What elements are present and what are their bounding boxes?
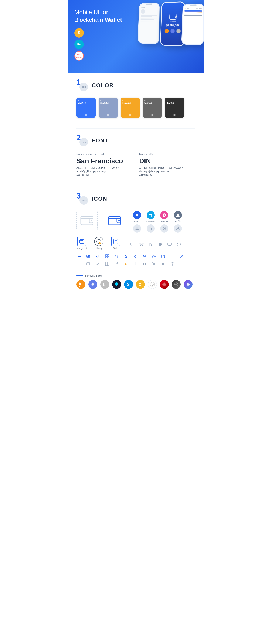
star-icon-gold	[123, 262, 128, 266]
nav-circles-grid: Assets Exchange	[132, 211, 183, 232]
profile-icon	[174, 211, 182, 219]
font-din-name: DIN	[139, 157, 196, 165]
blockchain-line	[76, 275, 83, 276]
svg-rect-37	[106, 256, 107, 258]
svg-marker-54	[124, 262, 127, 266]
exchange-icon-gray	[146, 224, 155, 232]
iota-icon	[148, 280, 157, 289]
plus-icon	[76, 254, 82, 259]
svg-rect-36	[107, 254, 109, 256]
icon-section: 3 THREE ICON	[76, 193, 196, 289]
font-din-upper: ABCDEFGHIJKLMNOPQRSTUVWXYZ	[139, 167, 196, 169]
history-icon	[94, 237, 104, 246]
circle-icon	[158, 242, 163, 247]
font-din: Medium · Bold DIN ABCDEFGHIJKLMNOPQRSTUV…	[139, 153, 196, 176]
chat-icon	[130, 242, 135, 247]
star-icon	[123, 254, 128, 259]
profile-icon-gray	[174, 224, 182, 232]
tool-icons-row-1	[76, 254, 196, 259]
swatch-gray: # 666666	[143, 98, 162, 118]
grid-icon	[104, 254, 110, 259]
forward-icon-gray	[161, 262, 166, 266]
font-din-lower: abcdefghijklmnopqrstuvwxyz	[139, 170, 196, 172]
x-icon-gray	[151, 262, 156, 266]
color-section: 1 ONE COLOR # 3574FA # 8DA0C8	[76, 80, 196, 118]
edit-icon-gray	[86, 262, 91, 266]
speech-icon	[167, 242, 172, 247]
misc-icons-row-1	[130, 242, 182, 247]
sketch-badge: S	[74, 28, 84, 38]
misc-icons-col	[130, 242, 182, 250]
font-sf-style: Regular · Medium · Bold	[76, 153, 133, 156]
swatch-slate: # 8DA0C8	[98, 98, 118, 118]
settings-icon	[151, 254, 156, 259]
wallet-icons-row: Assets Exchange	[76, 211, 196, 232]
edit-icon	[86, 254, 91, 259]
tool-icons-row-2-gray	[76, 262, 196, 266]
plus-icon-gray	[76, 262, 82, 266]
svg-point-3	[91, 220, 92, 221]
blockchain-label-row: BlockChain Icon	[76, 274, 196, 277]
exchange-icon	[146, 211, 155, 219]
assets-icon-gray	[133, 224, 141, 232]
wallet-icon-filled-box	[104, 211, 126, 230]
bottom-nav-icons-row: Mangment History	[76, 237, 196, 250]
phone-mockup-3: 12-298 708-2003	[181, 4, 204, 45]
polygon-icon	[184, 280, 192, 289]
tool-icons-section	[76, 254, 196, 266]
dash-icon: D	[124, 280, 133, 289]
circle-info-gray	[170, 262, 175, 266]
svg-rect-50	[106, 262, 107, 264]
hero-section: Mobile UI for Blockchain Wallet UI Kit S…	[68, 0, 204, 73]
nav-circles-row-2	[132, 224, 183, 232]
upload-icon	[161, 254, 166, 259]
poa-icon	[172, 280, 180, 289]
ark-icon	[160, 280, 169, 289]
svg-rect-53	[107, 264, 109, 266]
discover-icon	[160, 211, 168, 219]
svg-rect-26	[168, 243, 172, 246]
section-number-3: 3 THREE	[76, 193, 88, 205]
nav-exchange-filled: Exchange	[145, 211, 156, 222]
check-icon-gray	[95, 262, 100, 266]
svg-rect-17	[80, 240, 83, 240]
chevron-left-icon-gray	[132, 262, 138, 266]
svg-point-10	[164, 214, 165, 216]
hero-title: Mobile UI for Blockchain Wallet	[74, 8, 138, 24]
nav-profile-filled: Profile	[172, 211, 183, 222]
svg-point-29	[179, 243, 179, 244]
svg-point-7	[118, 220, 120, 221]
svg-text:D: D	[126, 283, 129, 287]
nav-exchange-outline	[145, 224, 156, 232]
phone-mockups: Profile myWallet $6,297,502	[130, 0, 202, 73]
svg-marker-41	[124, 255, 127, 258]
svg-rect-20	[114, 239, 118, 244]
svg-marker-12	[136, 227, 138, 229]
svg-point-25	[158, 243, 162, 246]
svg-point-42	[153, 256, 154, 257]
icon-title: ICON	[92, 196, 107, 202]
check-icon	[95, 254, 100, 259]
svg-rect-35	[106, 254, 107, 256]
svg-point-60	[172, 263, 173, 263]
font-sf-upper: ABCDEFGHIJKLMNOPQRSTUVWXYZ	[76, 167, 133, 169]
svg-text:₿: ₿	[79, 282, 81, 287]
nav-order: Order	[110, 237, 121, 250]
font-sf-name: San Francisco	[76, 157, 133, 165]
font-sf: Regular · Medium · Bold San Francisco AB…	[76, 153, 133, 176]
nav-discover-filled: Discover	[159, 211, 170, 222]
mangment-icon	[77, 237, 86, 246]
blockchain-label: BlockChain Icon	[85, 274, 102, 277]
bitcoin-icon: ₿	[76, 280, 86, 289]
nav-assets-outline	[132, 224, 142, 232]
svg-line-40	[117, 257, 118, 258]
nav-history: History	[94, 237, 104, 250]
refresh-icon-gray	[114, 262, 119, 266]
crypto-icons-row: ₿ Ł D Z	[76, 280, 196, 289]
font-sf-nums: 1234567890	[76, 174, 133, 176]
info-icon	[176, 242, 182, 247]
wallet-outline-svg	[80, 215, 94, 226]
nav-circles-row-1: Assets Exchange	[132, 211, 183, 222]
chevron-left-icon	[132, 254, 138, 259]
svg-point-11	[177, 214, 179, 215]
